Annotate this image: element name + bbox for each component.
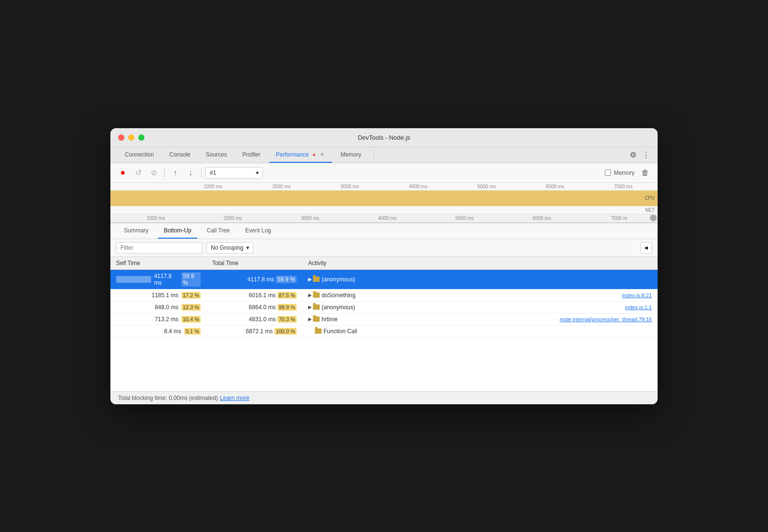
source-link[interactable]: node:internal/process/per_thread:79:16 (560, 316, 652, 322)
maximize-button[interactable] (138, 134, 144, 141)
expand-arrow-icon[interactable]: ▶ (308, 304, 312, 310)
source-link[interactable]: index.js:1:1 (625, 304, 652, 310)
table-row[interactable]: 1185.1 ms 17.2 %6016.1 ms 87.5 %▶doSomet… (110, 289, 658, 301)
activity-name: doSomething (322, 292, 356, 299)
window-title: DevTools - Node.js (358, 134, 410, 141)
profile-label: #1 (210, 169, 216, 176)
ruler-mark-6: 7000 ms (589, 184, 658, 189)
record-button[interactable]: ● (116, 166, 130, 180)
toolbar: ● ↺ ⊘ ↑ ↓ #1 ▾ Memory 🗑 (110, 163, 658, 183)
grouping-dropdown[interactable]: No Grouping ▾ (206, 242, 253, 254)
net-label: NET (645, 206, 655, 214)
tab-memory[interactable]: Memory (334, 147, 368, 163)
grouping-arrow-icon: ▾ (246, 244, 249, 251)
performance-table: Self Time Total Time Activity 4117.8 ms … (110, 257, 658, 338)
timeline-net-row[interactable]: NET (110, 206, 658, 214)
ruler-bottom-1: 2000 ms (194, 216, 272, 221)
timeline-area: 1000 ms 2000 ms 3000 ms 4000 ms 5000 ms … (110, 183, 658, 223)
grouping-label: No Grouping (211, 244, 243, 251)
nav-separator (374, 149, 374, 161)
trash-button[interactable]: 🗑 (638, 166, 652, 180)
ruler-bottom-5: 6000 ms (503, 216, 580, 221)
table-header-row: Self Time Total Time Activity (110, 257, 658, 270)
settings-icon[interactable]: ⚙ (630, 150, 636, 159)
activity-cell: ▶doSomethingindex.js:8:21 (302, 289, 658, 301)
performance-tab-icon: 🔺 (311, 152, 317, 157)
memory-checkbox-container: Memory (605, 169, 635, 176)
total-time-cell: 4831.0 ms 70.3 % (206, 313, 302, 325)
source-link[interactable]: index.js:8:21 (622, 292, 652, 298)
table-row[interactable]: 8.4 ms 0.1 %6872.1 ms 100.0 %Function Ca… (110, 325, 658, 337)
activity-cell: ▶hrtimenode:internal/process/per_thread:… (302, 313, 658, 325)
traffic-lights (118, 134, 144, 141)
ruler-mark-0: 1000 ms (179, 184, 248, 189)
filter-bar: No Grouping ▾ ◄ (110, 239, 658, 257)
bottom-tabs: Summary Bottom-Up Call Tree Event Log (110, 223, 658, 239)
activity-cell: Function Call (302, 325, 658, 337)
minimize-button[interactable] (128, 134, 134, 141)
tab-summary[interactable]: Summary (118, 223, 154, 239)
activity-name: hrtime (322, 316, 337, 323)
titlebar: DevTools - Node.js (110, 128, 658, 147)
ruler-mark-1: 2000 ms (247, 184, 316, 189)
filter-input[interactable] (116, 242, 203, 254)
ruler-mark-4: 5000 ms (453, 184, 521, 189)
activity-cell: ▶(anonymous)index.js:1:1 (302, 301, 658, 313)
tab-bottom-up[interactable]: Bottom-Up (158, 223, 197, 239)
tab-performance[interactable]: Performance 🔺 ✕ (269, 147, 332, 163)
nav-actions: ⚙ ⋮ (630, 150, 650, 159)
nav-bar: Connection Console Sources Profiler Perf… (110, 147, 658, 163)
expand-arrow-icon[interactable]: ▶ (308, 292, 312, 298)
timeline-ruler-bottom: 1000 ms 2000 ms 3000 ms 4000 ms 5000 ms … (110, 214, 658, 223)
self-time-cell: 1185.1 ms 17.2 % (110, 289, 206, 301)
profile-dropdown[interactable]: #1 ▾ (205, 167, 263, 179)
total-time-cell: 4117.8 ms 59.9 % (206, 269, 302, 289)
ruler-mark-5: 6000 ms (521, 184, 589, 189)
total-time-cell: 6016.1 ms 87.5 % (206, 289, 302, 301)
toolbar-divider-2 (201, 168, 202, 178)
panel-toggle-button[interactable]: ◄ (640, 242, 652, 254)
devtools-window: DevTools - Node.js Connection Console So… (110, 128, 658, 404)
activity-cell: ▶(anonymous) (302, 269, 658, 289)
tab-event-log[interactable]: Event Log (240, 223, 277, 239)
activity-name: (anonymous) (322, 304, 355, 311)
table-row[interactable]: 713.2 ms 10.4 %4831.0 ms 70.3 %▶hrtimeno… (110, 313, 658, 325)
ruler-bottom-6: 7000 m (580, 216, 658, 221)
tab-call-tree[interactable]: Call Tree (201, 223, 236, 239)
col-header-self-time[interactable]: Self Time (110, 257, 206, 270)
expand-arrow-icon[interactable]: ▶ (308, 316, 312, 322)
self-time-cell: 848.0 ms 12.3 % (110, 301, 206, 313)
tab-console[interactable]: Console (163, 147, 197, 163)
total-time-cell: 6864.0 ms 99.9 % (206, 301, 302, 313)
self-time-cell: 713.2 ms 10.4 % (110, 313, 206, 325)
tab-connection[interactable]: Connection (118, 147, 161, 163)
clear-button[interactable]: ⊘ (147, 166, 160, 180)
upload-button[interactable]: ↑ (168, 166, 182, 180)
main-content: Self Time Total Time Activity 4117.8 ms … (110, 257, 658, 391)
more-icon[interactable]: ⋮ (642, 150, 650, 159)
table-row[interactable]: 848.0 ms 12.3 %6864.0 ms 99.9 %▶(anonymo… (110, 301, 658, 313)
status-text: Total blocking time: 0.00ms (estimated) (118, 395, 218, 401)
tab-performance-close[interactable]: ✕ (319, 151, 325, 157)
ruler-bottom-3: 4000 ms (349, 216, 426, 221)
col-header-activity[interactable]: Activity (302, 257, 658, 270)
ruler-mark-3: 4000 ms (384, 184, 453, 189)
dropdown-arrow-icon: ▾ (256, 169, 259, 176)
tab-sources[interactable]: Sources (199, 147, 234, 163)
expand-arrow-icon[interactable]: ▶ (308, 277, 312, 282)
download-button[interactable]: ↓ (184, 166, 197, 180)
reload-button[interactable]: ↺ (132, 166, 145, 180)
timeline-cpu-row[interactable]: CPU (110, 191, 658, 206)
cpu-label: CPU (645, 195, 655, 201)
timeline-ruler-top: 1000 ms 2000 ms 3000 ms 4000 ms 5000 ms … (110, 183, 658, 191)
tab-profiler[interactable]: Profiler (236, 147, 267, 163)
memory-checkbox[interactable] (605, 169, 611, 176)
table-row[interactable]: 4117.8 ms 59.9 %4117.8 ms 59.9 %▶(anonym… (110, 269, 658, 289)
col-header-total-time[interactable]: Total Time (206, 257, 302, 270)
learn-more-link[interactable]: Learn more (220, 395, 249, 401)
close-button[interactable] (118, 134, 124, 141)
ruler-mark-2: 3000 ms (316, 184, 384, 189)
table-container: Self Time Total Time Activity 4117.8 ms … (110, 257, 658, 391)
activity-name: Function Call (324, 328, 357, 335)
scroll-handle[interactable] (650, 215, 657, 221)
